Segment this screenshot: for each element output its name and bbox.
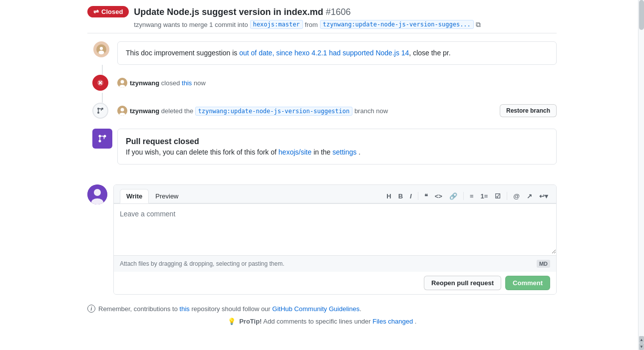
tab-preview[interactable]: Preview bbox=[149, 189, 185, 203]
info-icon: i bbox=[87, 305, 95, 313]
closed-event-text: tzynwang closed this now bbox=[130, 79, 557, 87]
settings-link[interactable]: settings bbox=[332, 148, 356, 156]
pr-title-block: Update Node.js suggest version in index.… bbox=[134, 6, 557, 29]
pr-subtitle: tzynwang wants to merge 1 commit into he… bbox=[134, 20, 557, 29]
status-icon: ⇌ bbox=[93, 8, 99, 15]
current-user-avatar bbox=[87, 184, 107, 204]
guidelines-link[interactable]: GitHub Community Guidelines bbox=[272, 305, 359, 313]
head-branch-tag[interactable]: tzynwang:update-node-js-version-sugges..… bbox=[320, 20, 474, 29]
svg-point-19 bbox=[94, 189, 101, 196]
pr-closed-section: Pull request closed If you wish, you can… bbox=[87, 129, 557, 175]
scrollbar-thumb[interactable] bbox=[639, 0, 644, 30]
pr-title: Update Node.js suggest version in index.… bbox=[134, 6, 557, 18]
pr-closed-box: Pull request closed If you wish, you can… bbox=[117, 129, 557, 165]
pr-closed-title: Pull request closed bbox=[126, 137, 548, 146]
toolbar-divider-3 bbox=[507, 192, 507, 200]
pr-status-badge: ⇌ Closed bbox=[87, 6, 129, 17]
toolbar-divider-2 bbox=[463, 192, 464, 200]
toolbar-heading[interactable]: H bbox=[384, 191, 393, 201]
comment-editor-section: Write Preview H B I ❝ <> 🔗 ≡ 1≡ bbox=[87, 184, 557, 295]
editor-actions: Reopen pull request Comment bbox=[114, 272, 556, 294]
markdown-badge: MD bbox=[537, 260, 550, 268]
copy-branch-icon[interactable]: ⧉ bbox=[476, 20, 481, 29]
toolbar-mention[interactable]: @ bbox=[511, 191, 522, 201]
tab-write[interactable]: Write bbox=[120, 189, 149, 203]
pr-closed-icon bbox=[92, 129, 112, 149]
repo-link[interactable]: hexojs/site bbox=[279, 148, 312, 156]
toolbar-ol[interactable]: 1≡ bbox=[478, 191, 490, 201]
toolbar-task[interactable]: ☑ bbox=[493, 191, 503, 201]
toolbar-ul[interactable]: ≡ bbox=[468, 191, 476, 201]
svg-point-10 bbox=[97, 112, 99, 114]
restore-branch-button[interactable]: Restore branch bbox=[500, 104, 557, 117]
comment-textarea[interactable] bbox=[114, 204, 556, 254]
files-changed-link[interactable]: Files changed bbox=[372, 318, 413, 325]
branch-event-avatar bbox=[117, 106, 127, 116]
scrollbar-up-arrow[interactable]: ▲ bbox=[639, 336, 644, 343]
svg-point-16 bbox=[99, 140, 101, 143]
branch-event-time: now bbox=[376, 107, 388, 115]
branch-event-username[interactable]: tzynwang bbox=[130, 107, 159, 115]
editor-footer: Attach files by dragging & dropping, sel… bbox=[114, 255, 556, 272]
base-branch-tag[interactable]: hexojs:master bbox=[250, 20, 303, 29]
toolbar-divider-1 bbox=[418, 192, 418, 200]
toolbar-link[interactable]: 🔗 bbox=[447, 191, 459, 201]
scrollbar-track[interactable]: ▼ ▲ bbox=[638, 0, 644, 350]
toolbar-bold[interactable]: B bbox=[396, 191, 405, 201]
comment-button[interactable]: Comment bbox=[505, 276, 550, 290]
svg-point-15 bbox=[99, 135, 101, 138]
comment-body: This doc improvement suggestion is out o… bbox=[118, 42, 556, 64]
svg-point-2 bbox=[98, 51, 104, 55]
toolbar-italic[interactable]: I bbox=[408, 191, 414, 201]
bulb-icon: 💡 bbox=[228, 318, 236, 325]
this-repo-link[interactable]: this bbox=[180, 305, 190, 313]
deleted-branch-name[interactable]: tzynwang:update-node-js-version-suggesti… bbox=[195, 107, 352, 116]
branch-event-icon bbox=[92, 103, 108, 119]
svg-point-7 bbox=[121, 80, 124, 84]
pr-status-label: Closed bbox=[101, 8, 123, 15]
branch-deleted-event: tzynwang deleted the tzynwang:update-nod… bbox=[87, 103, 557, 119]
closed-event-avatar bbox=[117, 78, 127, 88]
closed-event-icon bbox=[92, 75, 108, 91]
comment-editor-box: Write Preview H B I ❝ <> 🔗 ≡ 1≡ bbox=[113, 184, 557, 295]
out-of-date-link[interactable]: out of date, since hexo 4.2.1 had suppor… bbox=[239, 49, 409, 57]
closed-event-link[interactable]: this bbox=[182, 79, 192, 87]
reopen-button[interactable]: Reopen pull request bbox=[424, 276, 501, 290]
toolbar-ref[interactable]: ↗ bbox=[525, 191, 534, 201]
editor-toolbar: H B I ❝ <> 🔗 ≡ 1≡ ☑ @ ↗ ↩▾ bbox=[384, 189, 550, 203]
pr-number: #1606 bbox=[325, 7, 350, 17]
toolbar-code[interactable]: <> bbox=[433, 191, 444, 201]
toolbar-quote[interactable]: ❝ bbox=[422, 191, 430, 201]
svg-point-13 bbox=[121, 108, 124, 112]
svg-point-9 bbox=[97, 108, 99, 110]
closed-event-username[interactable]: tzynwang bbox=[130, 79, 159, 87]
branch-deleted-text: tzynwang deleted the tzynwang:update-nod… bbox=[130, 107, 500, 115]
comment-avatar bbox=[93, 41, 109, 57]
closed-event-time: now bbox=[194, 79, 206, 87]
comment-box: This doc improvement suggestion is out o… bbox=[117, 41, 557, 65]
svg-point-1 bbox=[99, 47, 102, 50]
attach-text: Attach files by dragging & dropping, sel… bbox=[120, 260, 285, 267]
scrollbar-down-arrow[interactable]: ▼ bbox=[639, 343, 644, 350]
editor-tabs: Write Preview H B I ❝ <> 🔗 ≡ 1≡ bbox=[114, 185, 556, 203]
pro-tip: 💡 ProTip! Add comments to specific lines… bbox=[87, 318, 557, 325]
footer-note: i Remember, contributions to this reposi… bbox=[87, 305, 557, 313]
toolbar-undo[interactable]: ↩▾ bbox=[537, 191, 550, 201]
pr-closed-body: If you wish, you can delete this fork of… bbox=[126, 148, 548, 156]
